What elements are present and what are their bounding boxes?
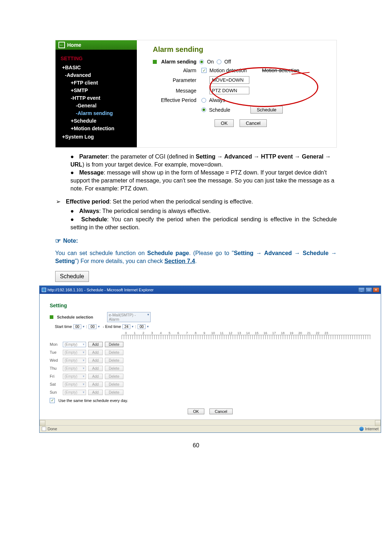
maximize-button[interactable]: ▭ bbox=[366, 287, 372, 292]
message-label: Message bbox=[153, 88, 196, 94]
ie-cancel-button[interactable]: Cancel bbox=[209, 409, 233, 414]
camera-sidebar: ← Home SETTING +BASIC -Advanced +FTP cli… bbox=[56, 40, 137, 147]
delete-button: Delete bbox=[105, 366, 123, 371]
nav-schedule[interactable]: +Schedule bbox=[71, 117, 132, 125]
day-label: Sat bbox=[50, 382, 61, 386]
week-row: Sun(Empty)AddDelete bbox=[50, 390, 371, 395]
add-button: Add bbox=[88, 390, 103, 395]
parameter-field[interactable]: MOVE=DOWN bbox=[209, 76, 249, 84]
minimize-button[interactable]: _ bbox=[358, 287, 365, 292]
start-min-arrow[interactable]: ▾ bbox=[98, 325, 100, 328]
start-min[interactable]: 00 bbox=[89, 324, 97, 329]
radio-off[interactable] bbox=[217, 59, 221, 64]
cancel-button[interactable]: Cancel bbox=[240, 119, 266, 127]
off-label: Off bbox=[224, 59, 231, 65]
nav-alarm-sending[interactable]: -Alarm sending bbox=[76, 110, 132, 117]
schedule-selection-row: Schedule selection e-Mail(SMTP) - Alarm bbox=[50, 312, 371, 322]
delete-button[interactable]: Delete bbox=[105, 342, 123, 347]
close-button[interactable]: ✕ bbox=[373, 287, 379, 292]
alarm-label: Alarm bbox=[153, 67, 196, 73]
end-label: - End time bbox=[103, 324, 121, 329]
week-row: Fri(Empty)AddDelete bbox=[50, 374, 371, 379]
nav-general[interactable]: -General bbox=[76, 102, 132, 110]
hour-tick: 2 bbox=[139, 331, 148, 335]
hour-tick: 16 bbox=[261, 331, 270, 335]
start-label: Start time bbox=[55, 324, 72, 329]
end-min-arrow[interactable]: ▾ bbox=[147, 325, 149, 328]
slot-select: (Empty) bbox=[63, 382, 86, 387]
hour-tick: 10 bbox=[209, 331, 217, 335]
week-row: Tue(Empty)AddDelete bbox=[50, 350, 371, 355]
nav-syslog[interactable]: +System Log bbox=[62, 133, 132, 141]
motion-checkbox[interactable]: ✓ bbox=[201, 68, 207, 73]
week-row: Mon(Empty)AddDelete bbox=[50, 342, 371, 347]
slot-select: (Empty) bbox=[63, 374, 86, 379]
nav-smtp[interactable]: +SMTP bbox=[71, 87, 132, 94]
schedule-inline-button[interactable]: Schedule bbox=[55, 271, 89, 282]
radio-on[interactable] bbox=[199, 59, 204, 64]
ie-status-done: Done bbox=[48, 427, 57, 431]
row-message: Message PTZ DOWN bbox=[153, 87, 328, 94]
message-field[interactable]: PTZ DOWN bbox=[209, 87, 249, 94]
row-alarm: Alarm ✓ Motion detection Motion detectio… bbox=[153, 67, 328, 73]
slot-select: (Empty) bbox=[63, 350, 86, 355]
horizontal-scrollbar[interactable] bbox=[40, 419, 381, 425]
add-button: Add bbox=[88, 366, 103, 371]
radio-schedule[interactable] bbox=[201, 107, 206, 112]
on-label: On bbox=[207, 59, 214, 65]
hour-tick: 14 bbox=[244, 331, 252, 335]
note-label: Note: bbox=[63, 237, 78, 245]
week-row: Wed(Empty)AddDelete bbox=[50, 358, 371, 363]
timeline-hours: 01234567891011121314151617181920212223 bbox=[122, 331, 371, 335]
end-hour[interactable]: 24 bbox=[122, 324, 130, 329]
use-same-label: Use the same time schedule every day. bbox=[58, 398, 128, 403]
hour-tick: 15 bbox=[252, 331, 261, 335]
nav-motion[interactable]: +Motion detection bbox=[71, 125, 132, 132]
hour-tick: 1 bbox=[130, 331, 139, 335]
slot-select[interactable]: (Empty) bbox=[63, 342, 86, 347]
end-hour-arrow[interactable]: ▾ bbox=[132, 325, 134, 328]
nav-http[interactable]: -HTTP event bbox=[71, 94, 132, 102]
ie-body: Setting Schedule selection e-Mail(SMTP) … bbox=[40, 294, 381, 419]
hour-tick: 11 bbox=[217, 331, 226, 335]
add-button[interactable]: Add bbox=[88, 342, 103, 347]
day-label: Mon bbox=[50, 342, 61, 346]
row-schedule: Schedule Schedule bbox=[153, 106, 328, 114]
start-hour-arrow[interactable]: ▾ bbox=[83, 325, 85, 328]
nav-basic[interactable]: +BASIC bbox=[62, 64, 132, 71]
nav-ftp[interactable]: +FTP client bbox=[71, 79, 132, 87]
hour-tick: 18 bbox=[278, 331, 287, 335]
home-bar[interactable]: ← Home bbox=[56, 40, 137, 50]
hour-tick: 20 bbox=[296, 331, 305, 335]
schedule-button[interactable]: Schedule bbox=[250, 106, 282, 114]
end-min[interactable]: 00 bbox=[138, 324, 146, 329]
use-same-checkbox[interactable]: ✓ bbox=[50, 398, 55, 403]
schedule-selection-dropdown[interactable]: e-Mail(SMTP) - Alarm bbox=[107, 312, 151, 322]
slot-select: (Empty) bbox=[63, 366, 86, 371]
ie-status-internet: Internet bbox=[365, 427, 379, 431]
day-label: Wed bbox=[50, 358, 61, 362]
back-icon[interactable]: ← bbox=[58, 42, 65, 48]
hour-tick: 21 bbox=[305, 331, 313, 335]
delete-button: Delete bbox=[105, 390, 123, 395]
radio-always[interactable] bbox=[201, 98, 206, 103]
motion-detection-label: Motion detection bbox=[209, 67, 247, 73]
li-effective-period: Effective period: Set the period when th… bbox=[56, 198, 337, 206]
hour-tick: 4 bbox=[156, 331, 165, 335]
start-hour[interactable]: 00 bbox=[73, 324, 81, 329]
ie-status-bar: Done Internet bbox=[40, 425, 381, 432]
ie-done-icon bbox=[42, 427, 46, 431]
ie-app-icon bbox=[42, 288, 46, 292]
ok-button[interactable]: OK bbox=[215, 119, 234, 127]
use-same-row: ✓ Use the same time schedule every day. bbox=[50, 398, 371, 403]
nav-heading: SETTING bbox=[61, 55, 132, 62]
bullet-icon bbox=[153, 60, 157, 64]
note-paragraph: You can set schedule function on Schedul… bbox=[55, 249, 337, 265]
nav-advanced[interactable]: -Advanced bbox=[65, 71, 132, 79]
hour-tick: 13 bbox=[235, 331, 244, 335]
delete-button: Delete bbox=[105, 382, 123, 387]
hour-tick: 9 bbox=[200, 331, 209, 335]
slot-select: (Empty) bbox=[63, 390, 86, 395]
ie-ok-button[interactable]: OK bbox=[188, 409, 204, 414]
panel-title: Alarm sending bbox=[153, 45, 328, 54]
